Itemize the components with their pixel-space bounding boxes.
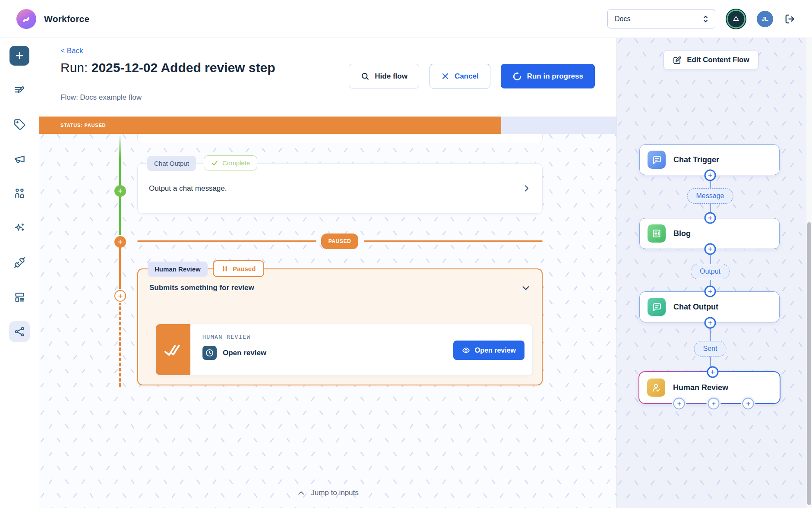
- status-badge-paused: Paused: [213, 260, 264, 277]
- clock-chip: [202, 346, 217, 360]
- logout-icon[interactable]: [784, 13, 796, 25]
- page-scrollbar-track: [806, 38, 812, 508]
- drive-integration-avatar[interactable]: [727, 9, 746, 28]
- add-step-button[interactable]: [707, 366, 719, 378]
- edit-pencil-icon: [673, 56, 682, 65]
- plus-icon: [711, 401, 716, 406]
- jump-to-inputs[interactable]: Jump to inputs: [39, 489, 616, 497]
- tag-icon: [14, 119, 25, 130]
- plus-icon: [14, 50, 25, 61]
- flow-node-label: Chat Trigger: [673, 155, 719, 164]
- review-title: Open review: [223, 349, 266, 357]
- back-link[interactable]: < Back: [60, 47, 83, 55]
- plus-icon: [710, 369, 716, 375]
- plus-icon: [708, 215, 713, 221]
- search-icon: [360, 72, 370, 81]
- flow-node-label: Chat Output: [673, 303, 718, 312]
- sidebar-item-audience[interactable]: [9, 183, 30, 204]
- review-accent-strip: [156, 324, 190, 375]
- flow-edge-message[interactable]: Message: [687, 188, 733, 204]
- add-step-button[interactable]: [705, 286, 716, 297]
- double-check-icon: [163, 341, 183, 358]
- person-check-icon: [647, 379, 665, 397]
- clock-icon: [205, 348, 214, 357]
- step-card-human-review: Human Review Paused Submits something fo…: [137, 268, 543, 385]
- paused-label: Paused: [233, 265, 256, 272]
- previous-step-card-partial: [137, 134, 543, 143]
- cancel-button[interactable]: Cancel: [430, 64, 490, 88]
- chevron-down-icon: [521, 283, 531, 293]
- sidebar-item-flows[interactable]: [9, 321, 30, 342]
- flow-connector: [710, 204, 711, 213]
- run-in-progress-label: Run in progress: [527, 72, 583, 81]
- chevron-right-icon: [522, 184, 531, 193]
- plus-icon: [708, 173, 713, 178]
- run-title-prefix: Run:: [60, 60, 88, 75]
- flow-edge-sent[interactable]: Sent: [694, 341, 727, 357]
- page-scrollbar-thumb[interactable]: [807, 222, 811, 505]
- run-timeline-canvas: Chat Output Complete Output a chat messa…: [39, 134, 616, 508]
- close-icon: [441, 72, 449, 80]
- step-expand-row[interactable]: Output a chat message.: [149, 164, 531, 213]
- sidebar-item-ai[interactable]: [9, 218, 30, 238]
- timeline-node-complete[interactable]: [114, 185, 126, 197]
- app-window: Workforce Docs JL: [0, 0, 812, 508]
- sidebar-item-integrations[interactable]: [9, 252, 30, 273]
- sidebar-item-campaigns[interactable]: [9, 148, 30, 169]
- cancel-label: Cancel: [455, 72, 479, 81]
- notes-edit-icon: [14, 84, 25, 96]
- plus-icon: [708, 246, 713, 252]
- flow-subtitle: Flow: Docs example flow: [60, 93, 142, 102]
- add-step-button[interactable]: [705, 212, 716, 224]
- user-avatar[interactable]: JL: [757, 11, 773, 27]
- plus-icon: [746, 401, 751, 406]
- plus-icon: [676, 401, 682, 406]
- add-branch-button[interactable]: [708, 398, 720, 410]
- edit-content-flow-label: Edit Content Flow: [687, 56, 749, 64]
- sidebar-item-tags[interactable]: [9, 114, 30, 135]
- jump-to-inputs-label: Jump to inputs: [311, 489, 359, 497]
- add-step-button[interactable]: [705, 243, 716, 255]
- flow-overview-panel: Edit Content Flow Chat Trigger Message: [616, 38, 812, 508]
- hide-flow-button[interactable]: Hide flow: [349, 64, 419, 88]
- sidebar-item-content[interactable]: [9, 79, 30, 100]
- top-bar: Workforce Docs JL: [0, 0, 812, 38]
- timeline-node-pending[interactable]: [114, 290, 126, 302]
- run-in-progress-button[interactable]: Run in progress: [501, 64, 595, 88]
- plug-icon: [14, 257, 25, 268]
- review-kicker: HUMAN REVIEW: [202, 334, 524, 340]
- sidebar-item-new[interactable]: [9, 46, 29, 66]
- step-description: Output a chat message.: [149, 184, 227, 193]
- flow-edge-output[interactable]: Output: [691, 264, 730, 279]
- people-icon: [14, 188, 25, 199]
- step-expand-row[interactable]: Submits something for review: [149, 283, 531, 293]
- edit-content-flow-button[interactable]: Edit Content Flow: [664, 50, 758, 70]
- plus-icon: [117, 239, 123, 245]
- run-title-text: 2025-12-02 Added review step: [92, 60, 275, 75]
- plus-icon: [708, 289, 713, 294]
- add-step-button[interactable]: [705, 317, 716, 329]
- flow-share-icon: [14, 326, 25, 338]
- open-review-label: Open review: [475, 347, 516, 354]
- run-actions: Hide flow Cancel Run in progress: [349, 64, 595, 88]
- status-progress-fill: [39, 117, 501, 134]
- add-branch-button[interactable]: [673, 398, 685, 410]
- step-name-badge: Human Review: [148, 262, 208, 277]
- workspace-select[interactable]: Docs: [607, 9, 715, 28]
- sidebar-item-templates[interactable]: [9, 287, 30, 307]
- workspace-select-value: Docs: [615, 15, 702, 23]
- timeline-node-paused[interactable]: [114, 236, 126, 248]
- chat-bubble-icon: [648, 151, 666, 169]
- flow-connector: [710, 328, 711, 341]
- chat-bubble-icon: [648, 298, 666, 316]
- add-step-button[interactable]: [705, 170, 716, 181]
- workforce-logo-icon: [16, 9, 36, 29]
- status-label: STATUS: PAUSED: [60, 117, 106, 134]
- open-review-button[interactable]: Open review: [453, 341, 524, 360]
- human-review-task-card: HUMAN REVIEW Open review Open review: [155, 324, 533, 375]
- drive-triangle-icon: [732, 15, 740, 23]
- page-title: Run: 2025-12-02 Added review step: [60, 60, 275, 75]
- flow-connector: [710, 255, 711, 264]
- add-branch-button[interactable]: [742, 398, 754, 410]
- timeline-line-pending: [119, 301, 121, 387]
